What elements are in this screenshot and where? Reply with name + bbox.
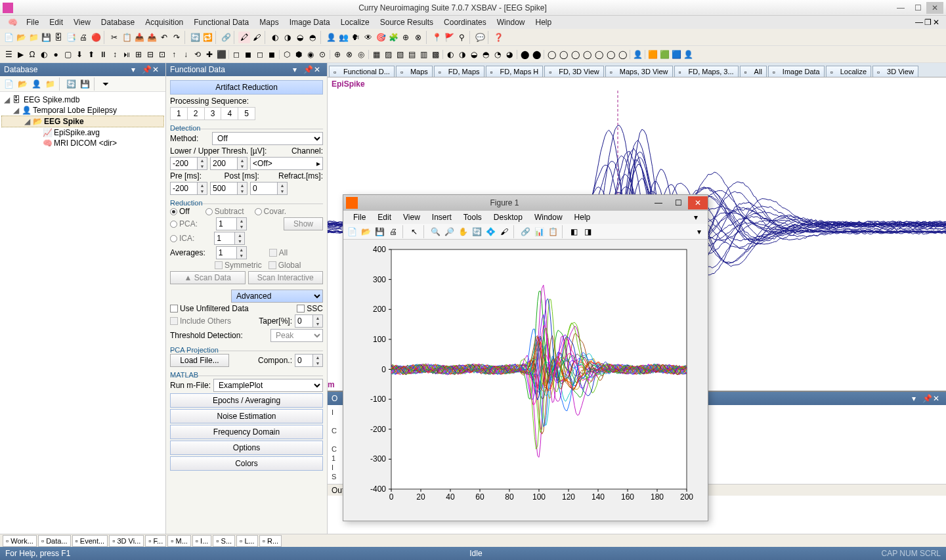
tb2-icon-13[interactable]: ⊡ [156,49,168,60]
maximize-button[interactable]: ☐ [909,2,926,14]
output-dropdown-icon[interactable]: ▾ [912,394,921,403]
new-icon[interactable]: 📄 [3,32,14,43]
tb2-icon-4[interactable]: ● [50,49,62,60]
view-tab-0[interactable]: ▫Functional D... [329,66,395,77]
show-button[interactable]: Show [284,217,323,230]
tree-study[interactable]: ◢📂EEG Spike [1,116,164,127]
menu-coordinates[interactable]: Coordinates [439,16,492,28]
cut-icon[interactable]: ✂ [108,32,120,43]
ml-new-icon[interactable]: 📄 [346,226,358,238]
global-check[interactable]: Global [269,261,301,270]
fd-pin-icon[interactable]: 📌 [303,65,312,74]
tb2-icon-25[interactable]: ⬡ [281,49,293,60]
tb2-icon-7[interactable]: ⬆ [85,49,97,60]
tb2-icon-53[interactable]: ◯ [569,49,581,60]
ml-print-icon[interactable]: 🖨 [387,226,399,238]
ml-menu-help[interactable]: Help [569,211,597,223]
reduction-pca-radio[interactable]: PCA: [170,219,198,228]
head1-icon[interactable]: 👤 [325,32,337,43]
tb2-icon-30[interactable]: ⊕ [332,49,343,60]
ml-undock-icon[interactable]: ◨ [582,226,593,238]
mdi-restore-button[interactable]: ❐ [924,18,932,27]
head2-icon[interactable]: 👥 [337,32,349,43]
tb2-icon-26[interactable]: ⬢ [293,49,305,60]
view-tab-3[interactable]: ▫FD, Maps H [486,66,544,77]
reduction-off-radio[interactable]: Off [170,207,190,216]
ml-menu-tools[interactable]: Tools [458,211,488,223]
refract-input[interactable]: ▲▼ [250,182,288,195]
tb2-icon-64[interactable]: 👤 [682,49,694,60]
ml-menu-edit[interactable]: Edit [372,211,397,223]
epochs-button[interactable]: Epochs / Averaging [170,393,323,408]
method-select[interactable]: Off [212,132,323,145]
menu-edit[interactable]: Edit [44,16,68,28]
tb2-icon-59[interactable]: 👤 [632,49,643,60]
view-tab-10[interactable]: ▫3D View [872,66,918,77]
task-tab-7[interactable]: ▫S... [213,535,235,547]
open-icon[interactable]: 📂 [15,32,27,43]
chat-icon[interactable]: 💬 [474,32,486,43]
ml-menu-expand[interactable]: ▾ [688,211,704,223]
database-tree[interactable]: ◢🗄EEG Spike.mdb ◢👤Temporal Lobe Epilepsy… [0,92,165,534]
ssc-check[interactable]: SSC [297,304,323,313]
menu-database[interactable]: Database [96,16,140,28]
tb2-icon-56[interactable]: ◯ [605,49,616,60]
tb2-icon-36[interactable]: ▧ [394,49,406,60]
ml-zoomin-icon[interactable]: 🔍 [429,226,441,238]
task-tab-3[interactable]: ▫3D Vi... [109,535,144,547]
avg-input[interactable]: ▲▼ [216,246,247,259]
post-input[interactable]: ▲▼ [210,182,247,195]
menu-source-results[interactable]: Source Results [375,16,439,28]
redo-icon[interactable]: ↷ [171,32,183,43]
tb2-icon-57[interactable]: ◯ [616,49,628,60]
head5-icon[interactable]: 🎯 [375,32,387,43]
saveall-icon[interactable]: 🗄 [53,32,64,43]
loop-icon[interactable]: 🔁 [202,32,213,43]
task-tab-1[interactable]: ▫Data... [38,535,71,547]
head8-icon[interactable]: ⊗ [412,32,424,43]
tb2-icon-31[interactable]: ⊗ [343,49,355,60]
tb2-icon-8[interactable]: ⏸ [97,49,109,60]
tb2-icon-14[interactable]: ↑ [168,49,180,60]
tb2-icon-27[interactable]: ◉ [305,49,316,60]
tb2-icon-21[interactable]: ◼ [242,49,254,60]
db-user-icon[interactable]: 👤 [30,78,42,90]
tree-item-1[interactable]: 🧠MRI DICOM <dir> [1,138,164,148]
db-refresh-icon[interactable]: 🔄 [65,78,77,90]
db-open-icon[interactable]: 📂 [16,78,28,90]
tb2-icon-22[interactable]: ◻ [254,49,266,60]
ml-menu-view[interactable]: View [397,211,426,223]
ml-open-icon[interactable]: 📂 [360,226,372,238]
upper-thresh-input[interactable]: ▲▼ [210,157,247,170]
tb2-icon-43[interactable]: ◒ [468,49,480,60]
output-close-icon[interactable]: ✕ [933,394,942,403]
tb2-icon-62[interactable]: 🟩 [658,49,670,60]
tb2-icon-51[interactable]: ◯ [546,49,557,60]
view-tabs[interactable]: ▫Functional D...▫Maps▫FD, Maps▫FD, Maps … [328,63,946,77]
lower-thresh-input[interactable]: ▲▼ [170,157,207,170]
menu-view[interactable]: View [68,16,96,28]
tb2-icon-38[interactable]: ▥ [418,49,429,60]
tree-item-0[interactable]: 📈EpiSpike.avg [1,127,164,138]
matlab-menubar[interactable]: FileEditViewInsertToolsDesktopWindowHelp… [343,211,708,224]
ml-datatip-icon[interactable]: 💠 [484,226,496,238]
tb2-icon-32[interactable]: ◎ [355,49,367,60]
view-tab-6[interactable]: ▫FD, Maps, 3... [674,66,739,77]
view-tab-8[interactable]: ▫Image Data [768,66,825,77]
all-check[interactable]: All [269,248,288,257]
compon-input[interactable]: ▲▼ [295,354,323,367]
tb2-icon-1[interactable]: ▶ [14,49,26,60]
db-new-icon[interactable]: 📄 [3,78,14,90]
tb2-icon-10[interactable]: ⏯ [121,49,133,60]
tb2-icon-6[interactable]: ⬇ [74,49,85,60]
matlab-close-button[interactable]: ✕ [688,196,708,209]
menu-window[interactable]: Window [492,16,530,28]
reduction-ica-radio[interactable]: ICA: [170,234,194,243]
include-others-check[interactable]: Include Others [170,316,231,326]
link2-icon[interactable]: ⚲ [456,32,467,43]
menu-maps[interactable]: Maps [254,16,284,28]
view-tab-2[interactable]: ▫FD, Maps [434,66,484,77]
tree-root[interactable]: ◢🗄EEG Spike.mdb [1,95,164,105]
tb2-icon-9[interactable]: ↕ [109,49,121,60]
head7-icon[interactable]: ⊕ [400,32,412,43]
